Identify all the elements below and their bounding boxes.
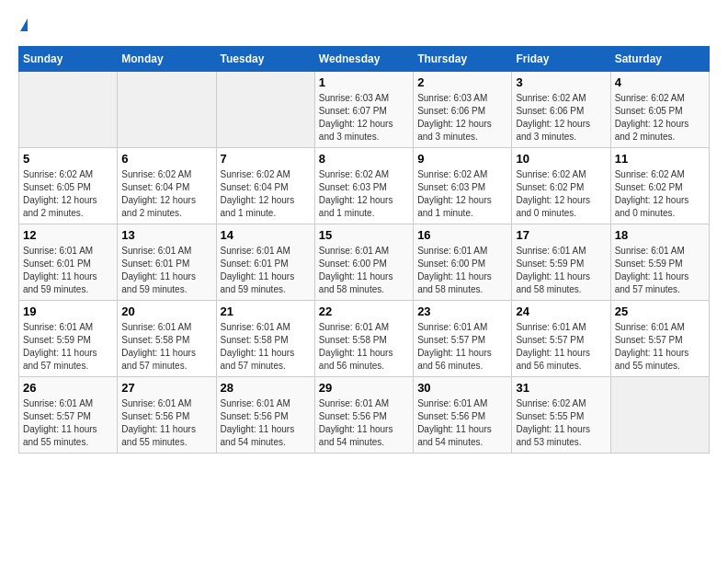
day-info: Sunrise: 6:01 AM Sunset: 6:01 PM Dayligh… bbox=[221, 245, 311, 296]
calendar-cell: 31Sunrise: 6:02 AM Sunset: 5:55 PM Dayli… bbox=[512, 377, 610, 454]
logo-triangle-icon bbox=[20, 18, 28, 31]
day-info: Sunrise: 6:01 AM Sunset: 6:00 PM Dayligh… bbox=[319, 245, 409, 296]
day-info: Sunrise: 6:01 AM Sunset: 5:56 PM Dayligh… bbox=[221, 397, 311, 449]
calendar-cell: 23Sunrise: 6:01 AM Sunset: 5:57 PM Dayli… bbox=[414, 301, 512, 377]
calendar-cell: 30Sunrise: 6:01 AM Sunset: 5:56 PM Dayli… bbox=[414, 377, 512, 454]
day-number: 11 bbox=[615, 152, 705, 166]
day-info: Sunrise: 6:02 AM Sunset: 6:03 PM Dayligh… bbox=[417, 168, 507, 220]
calendar-cell: 16Sunrise: 6:01 AM Sunset: 6:00 PM Dayli… bbox=[414, 224, 512, 301]
day-number: 8 bbox=[319, 152, 409, 166]
calendar-table: SundayMondayTuesdayWednesdayThursdayFrid… bbox=[18, 46, 710, 454]
calendar-week-1: 1Sunrise: 6:03 AM Sunset: 6:07 PM Daylig… bbox=[19, 72, 710, 148]
calendar-cell bbox=[216, 72, 314, 148]
weekday-header-tuesday: Tuesday bbox=[216, 47, 314, 72]
day-info: Sunrise: 6:01 AM Sunset: 6:00 PM Dayligh… bbox=[417, 245, 507, 296]
calendar-cell: 7Sunrise: 6:02 AM Sunset: 6:04 PM Daylig… bbox=[216, 148, 314, 224]
calendar-cell: 10Sunrise: 6:02 AM Sunset: 6:02 PM Dayli… bbox=[512, 148, 610, 224]
calendar-cell: 13Sunrise: 6:01 AM Sunset: 6:01 PM Dayli… bbox=[118, 224, 216, 301]
calendar-cell: 18Sunrise: 6:01 AM Sunset: 5:59 PM Dayli… bbox=[610, 224, 709, 301]
day-number: 3 bbox=[516, 75, 606, 89]
day-info: Sunrise: 6:02 AM Sunset: 6:06 PM Dayligh… bbox=[516, 92, 606, 144]
day-number: 25 bbox=[615, 304, 705, 318]
calendar-cell: 27Sunrise: 6:01 AM Sunset: 5:56 PM Dayli… bbox=[118, 377, 216, 454]
day-info: Sunrise: 6:01 AM Sunset: 6:01 PM Dayligh… bbox=[121, 245, 211, 296]
calendar-cell bbox=[610, 377, 709, 454]
weekday-header-row: SundayMondayTuesdayWednesdayThursdayFrid… bbox=[19, 47, 710, 72]
calendar-cell: 22Sunrise: 6:01 AM Sunset: 5:58 PM Dayli… bbox=[314, 301, 413, 377]
day-number: 10 bbox=[516, 152, 606, 166]
day-info: Sunrise: 6:03 AM Sunset: 6:06 PM Dayligh… bbox=[417, 92, 507, 144]
day-info: Sunrise: 6:02 AM Sunset: 6:05 PM Dayligh… bbox=[23, 168, 113, 220]
weekday-header-friday: Friday bbox=[512, 47, 610, 72]
day-number: 27 bbox=[121, 381, 211, 395]
calendar-week-3: 12Sunrise: 6:01 AM Sunset: 6:01 PM Dayli… bbox=[19, 224, 710, 301]
day-info: Sunrise: 6:01 AM Sunset: 5:58 PM Dayligh… bbox=[319, 321, 409, 373]
day-number: 16 bbox=[417, 228, 507, 242]
day-number: 12 bbox=[23, 228, 113, 242]
calendar-week-4: 19Sunrise: 6:01 AM Sunset: 5:59 PM Dayli… bbox=[19, 301, 710, 377]
day-number: 17 bbox=[516, 228, 606, 242]
day-info: Sunrise: 6:01 AM Sunset: 6:01 PM Dayligh… bbox=[23, 245, 113, 296]
day-number: 28 bbox=[221, 381, 311, 395]
calendar-cell: 1Sunrise: 6:03 AM Sunset: 6:07 PM Daylig… bbox=[314, 72, 413, 148]
calendar-cell: 24Sunrise: 6:01 AM Sunset: 5:57 PM Dayli… bbox=[512, 301, 610, 377]
calendar-cell: 28Sunrise: 6:01 AM Sunset: 5:56 PM Dayli… bbox=[216, 377, 314, 454]
calendar-cell: 17Sunrise: 6:01 AM Sunset: 5:59 PM Dayli… bbox=[512, 224, 610, 301]
day-number: 26 bbox=[23, 381, 113, 395]
day-info: Sunrise: 6:01 AM Sunset: 5:58 PM Dayligh… bbox=[121, 321, 211, 373]
calendar-cell: 25Sunrise: 6:01 AM Sunset: 5:57 PM Dayli… bbox=[610, 301, 709, 377]
day-number: 24 bbox=[516, 304, 606, 318]
weekday-header-saturday: Saturday bbox=[610, 47, 709, 72]
day-info: Sunrise: 6:01 AM Sunset: 5:57 PM Dayligh… bbox=[516, 321, 606, 373]
day-info: Sunrise: 6:02 AM Sunset: 6:03 PM Dayligh… bbox=[319, 168, 409, 220]
calendar-cell: 8Sunrise: 6:02 AM Sunset: 6:03 PM Daylig… bbox=[314, 148, 413, 224]
day-info: Sunrise: 6:02 AM Sunset: 6:04 PM Dayligh… bbox=[221, 168, 311, 220]
day-number: 31 bbox=[516, 381, 606, 395]
calendar-cell: 12Sunrise: 6:01 AM Sunset: 6:01 PM Dayli… bbox=[19, 224, 118, 301]
calendar-cell bbox=[118, 72, 216, 148]
day-number: 5 bbox=[23, 152, 113, 166]
weekday-header-monday: Monday bbox=[118, 47, 216, 72]
day-number: 14 bbox=[221, 228, 311, 242]
day-number: 15 bbox=[319, 228, 409, 242]
day-number: 30 bbox=[417, 381, 507, 395]
day-number: 18 bbox=[615, 228, 705, 242]
day-info: Sunrise: 6:01 AM Sunset: 5:57 PM Dayligh… bbox=[417, 321, 507, 373]
day-number: 4 bbox=[615, 75, 705, 89]
day-number: 23 bbox=[417, 304, 507, 318]
day-number: 22 bbox=[319, 304, 409, 318]
calendar-week-2: 5Sunrise: 6:02 AM Sunset: 6:05 PM Daylig… bbox=[19, 148, 710, 224]
weekday-header-sunday: Sunday bbox=[19, 47, 118, 72]
day-info: Sunrise: 6:01 AM Sunset: 5:56 PM Dayligh… bbox=[121, 397, 211, 449]
calendar-cell: 19Sunrise: 6:01 AM Sunset: 5:59 PM Dayli… bbox=[19, 301, 118, 377]
day-info: Sunrise: 6:02 AM Sunset: 6:02 PM Dayligh… bbox=[516, 168, 606, 220]
day-number: 7 bbox=[221, 152, 311, 166]
day-info: Sunrise: 6:01 AM Sunset: 5:59 PM Dayligh… bbox=[23, 321, 113, 373]
day-info: Sunrise: 6:01 AM Sunset: 5:56 PM Dayligh… bbox=[417, 397, 507, 449]
day-info: Sunrise: 6:01 AM Sunset: 5:59 PM Dayligh… bbox=[615, 245, 705, 296]
calendar-week-5: 26Sunrise: 6:01 AM Sunset: 5:57 PM Dayli… bbox=[19, 377, 710, 454]
day-number: 13 bbox=[121, 228, 211, 242]
day-number: 1 bbox=[319, 75, 409, 89]
day-info: Sunrise: 6:02 AM Sunset: 6:05 PM Dayligh… bbox=[615, 92, 705, 144]
weekday-header-thursday: Thursday bbox=[414, 47, 512, 72]
calendar-cell: 26Sunrise: 6:01 AM Sunset: 5:57 PM Dayli… bbox=[19, 377, 118, 454]
weekday-header-wednesday: Wednesday bbox=[314, 47, 413, 72]
calendar-cell: 20Sunrise: 6:01 AM Sunset: 5:58 PM Dayli… bbox=[118, 301, 216, 377]
day-info: Sunrise: 6:01 AM Sunset: 5:58 PM Dayligh… bbox=[221, 321, 311, 373]
calendar-cell: 15Sunrise: 6:01 AM Sunset: 6:00 PM Dayli… bbox=[314, 224, 413, 301]
calendar-cell bbox=[19, 72, 118, 148]
day-number: 2 bbox=[417, 75, 507, 89]
calendar-cell: 5Sunrise: 6:02 AM Sunset: 6:05 PM Daylig… bbox=[19, 148, 118, 224]
calendar-cell: 4Sunrise: 6:02 AM Sunset: 6:05 PM Daylig… bbox=[610, 72, 709, 148]
day-info: Sunrise: 6:01 AM Sunset: 5:57 PM Dayligh… bbox=[23, 397, 113, 449]
page-header bbox=[18, 18, 710, 31]
calendar-cell: 2Sunrise: 6:03 AM Sunset: 6:06 PM Daylig… bbox=[414, 72, 512, 148]
calendar-cell: 9Sunrise: 6:02 AM Sunset: 6:03 PM Daylig… bbox=[414, 148, 512, 224]
calendar-cell: 3Sunrise: 6:02 AM Sunset: 6:06 PM Daylig… bbox=[512, 72, 610, 148]
day-number: 19 bbox=[23, 304, 113, 318]
calendar-cell: 11Sunrise: 6:02 AM Sunset: 6:02 PM Dayli… bbox=[610, 148, 709, 224]
day-info: Sunrise: 6:02 AM Sunset: 5:55 PM Dayligh… bbox=[516, 397, 606, 449]
logo bbox=[18, 18, 28, 31]
day-info: Sunrise: 6:01 AM Sunset: 5:59 PM Dayligh… bbox=[516, 245, 606, 296]
